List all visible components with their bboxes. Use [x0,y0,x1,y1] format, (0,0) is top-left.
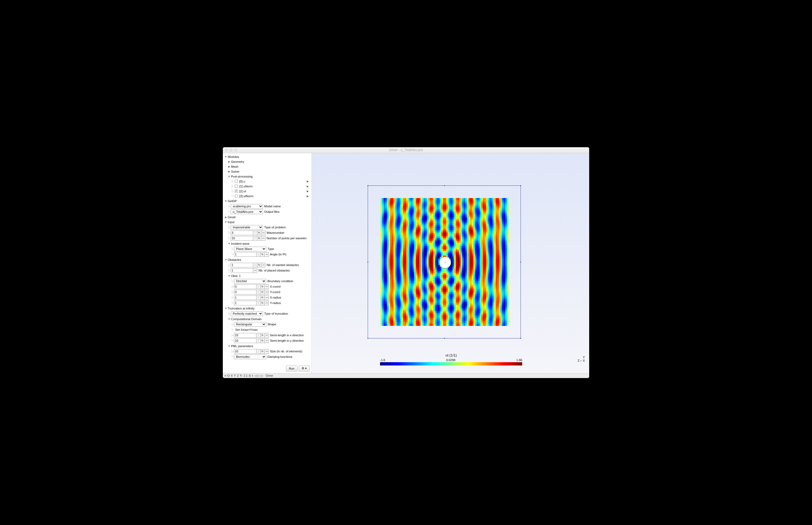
stepper-icon[interactable]: ⦙ [253,236,257,241]
status-item[interactable]: X [231,374,233,377]
tree-postproc[interactable]: Post-processing [224,174,310,179]
reset-icon[interactable]: ↻ [260,333,265,338]
view-0[interactable]: ├─[0] u▶ [224,179,310,184]
obst1-x[interactable] [234,284,257,289]
pml-damp-select[interactable]: Bermudez [234,355,266,359]
status-item[interactable]: ≡ [224,374,226,377]
tree-gmsh[interactable]: Gmsh [224,215,310,220]
tree-pml[interactable]: PML parameters [224,344,310,348]
tree-obst1[interactable]: Obst. 1 [224,273,310,278]
reset-icon[interactable]: ↻ [257,230,261,235]
view-2-checkbox[interactable] [235,190,238,193]
view-0-checkbox[interactable] [235,180,238,183]
input-wavenum[interactable] [231,230,253,235]
stepper-icon[interactable]: ⦙ [256,339,261,343]
chevron-right-icon[interactable]: ▶ [307,190,309,193]
stepper-icon[interactable]: ⦙ [253,230,257,235]
input-type-select[interactable]: Impenetrable [231,225,263,230]
reset-icon[interactable]: ↻ [260,295,265,300]
gear-button[interactable]: ⚙ ▾ [299,365,310,372]
status-item[interactable]: ⦀ [252,374,253,377]
reset-icon[interactable]: ↻ [257,236,261,241]
tree-input[interactable]: Input [224,220,310,225]
graphics-canvas[interactable]: ut (1/1) -1.6 0.0298 1.66 Y Z ⌐ X [312,153,589,373]
status-item[interactable]: Y [234,374,236,377]
incident-type-select[interactable]: Plane Wave [234,247,266,251]
tree-truncation[interactable]: Truncation at infinity [224,306,310,311]
tree-geometry[interactable]: Geometry [224,159,310,164]
status-item[interactable]: Z [237,374,239,377]
obst1-bc-select[interactable]: Dirichlet [234,279,266,284]
status-item[interactable]: 1:1 [243,374,247,377]
reset-icon[interactable]: ↻ [260,284,265,289]
stepper-icon[interactable]: ⦙ [253,263,257,267]
graph-icon[interactable]: ⁓ [261,236,265,241]
stepper-icon[interactable]: ⦙ [256,252,261,257]
obst1-xr[interactable] [234,295,257,300]
status-item[interactable]: O [227,374,230,377]
tree-mesh[interactable]: Mesh [224,164,310,169]
tree-obstacles[interactable]: Obstacles [224,257,310,262]
chevron-right-icon[interactable]: ▶ [307,185,309,188]
graph-icon[interactable]: ⁓ [264,301,269,305]
view-1-checkbox[interactable] [235,185,238,188]
status-item[interactable]: ▷ [258,374,260,377]
view-3-checkbox[interactable] [235,194,238,197]
reset-icon[interactable]: ↻ [260,339,265,343]
reset-icon[interactable]: ↻ [260,252,265,257]
graph-icon[interactable]: ⁓ [261,263,265,267]
input-npts[interactable] [231,236,253,241]
status-item[interactable]: ▷ [261,374,263,377]
graph-icon[interactable]: ⁓ [264,333,269,338]
reset-icon[interactable]: ↻ [257,263,261,267]
stepper-icon[interactable]: ⦙ [256,284,261,289]
getdp-output-select[interactable]: u_TotalAbs.pos [231,210,263,214]
compdom-sy[interactable] [234,339,257,343]
graph-icon[interactable]: ⁓ [264,284,269,289]
stepper-icon[interactable]: ⦙ [256,301,261,305]
getdp-model-select[interactable]: scattering.pro [231,204,263,209]
tree-compdom[interactable]: Computational Domain [224,317,310,321]
svg-rect-3411 [462,265,464,267]
reset-icon[interactable]: ↻ [260,290,265,295]
status-item[interactable]: S [249,374,251,377]
tree-incident[interactable]: Incident wave [224,241,310,246]
obst-placed[interactable] [231,268,253,273]
graph-icon[interactable]: ⁓ [264,290,269,295]
stepper-icon[interactable]: ⦙ [256,295,261,300]
stepper-icon[interactable]: ⦙ [256,333,261,338]
graph-icon[interactable]: ⁓ [264,339,269,343]
chevron-right-icon[interactable]: ▶ [307,180,309,183]
svg-rect-498 [409,208,411,209]
view-3[interactable]: └─[3] utNorm▶ [224,194,310,199]
obst1-y[interactable] [234,290,257,295]
chevron-right-icon[interactable]: ▶ [307,195,309,197]
svg-rect-935 [469,215,470,217]
stepper-icon[interactable]: ⦙ [256,290,261,295]
status-item[interactable]: ↻ [240,374,242,377]
view-2[interactable]: ├─[2] ut▶ [224,189,310,194]
graph-icon[interactable]: ⁓ [264,295,269,300]
stepper-icon[interactable]: ⦙ [256,349,261,354]
tree-getdp[interactable]: GetDP [224,199,310,204]
tree-solver[interactable]: Solver [224,169,310,174]
svg-rect-2458 [473,246,475,247]
svg-rect-2684 [451,251,452,252]
incident-angle[interactable] [234,252,257,257]
compdom-sx[interactable] [234,333,257,338]
trunc-type-select[interactable]: Perfectly matched laye [231,311,263,316]
view-1[interactable]: ├─[1] uNorm▶ [224,184,310,189]
pml-size[interactable] [234,349,257,354]
graph-icon[interactable]: ⁓ [264,252,269,257]
compdom-shape-select[interactable]: Rectangular [234,322,266,327]
graph-icon[interactable]: ⁓ [264,349,269,354]
obst1-yr[interactable] [234,301,257,305]
reset-icon[interactable]: ↻ [260,301,265,305]
tree-modules[interactable]: Modules [224,154,310,159]
status-item[interactable]: ◁ [254,374,257,377]
obst-wanted[interactable] [231,263,253,267]
run-button[interactable]: Run [286,365,298,372]
graph-icon[interactable]: ⁓ [261,230,265,235]
reset-icon[interactable]: ↻ [260,349,265,354]
graph-icon[interactable]: ⁓ [253,268,257,273]
